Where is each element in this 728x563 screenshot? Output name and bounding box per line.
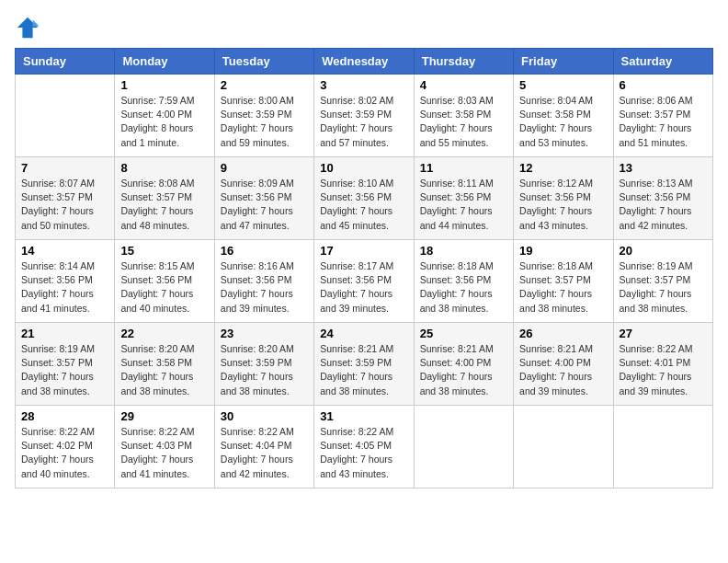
cell-info: Sunrise: 8:06 AMSunset: 3:57 PMDaylight:… xyxy=(620,94,707,150)
calendar-cell: 28Sunrise: 8:22 AMSunset: 4:02 PMDayligh… xyxy=(16,406,115,488)
day-number: 5 xyxy=(519,78,607,92)
calendar-cell: 21Sunrise: 8:19 AMSunset: 3:57 PMDayligh… xyxy=(16,323,115,406)
calendar-cell: 31Sunrise: 8:22 AMSunset: 4:05 PMDayligh… xyxy=(314,406,414,488)
calendar-cell: 24Sunrise: 8:21 AMSunset: 3:59 PMDayligh… xyxy=(314,323,414,406)
cell-info: Sunrise: 8:19 AMSunset: 3:57 PMDaylight:… xyxy=(21,342,108,398)
calendar-cell: 20Sunrise: 8:19 AMSunset: 3:57 PMDayligh… xyxy=(613,240,712,323)
day-number: 10 xyxy=(320,161,407,175)
day-number: 14 xyxy=(21,244,108,258)
cell-info: Sunrise: 8:13 AMSunset: 3:56 PMDaylight:… xyxy=(620,177,707,233)
svg-marker-0 xyxy=(17,17,38,38)
cell-info: Sunrise: 8:07 AMSunset: 3:57 PMDaylight:… xyxy=(21,177,108,233)
calendar-cell: 22Sunrise: 8:20 AMSunset: 3:58 PMDayligh… xyxy=(115,323,214,406)
day-number: 3 xyxy=(320,78,407,92)
calendar-cell: 5Sunrise: 8:04 AMSunset: 3:58 PMDaylight… xyxy=(514,75,613,157)
calendar-cell: 3Sunrise: 8:02 AMSunset: 3:59 PMDaylight… xyxy=(314,75,414,157)
day-number: 26 xyxy=(519,327,607,340)
cell-info: Sunrise: 8:20 AMSunset: 3:58 PMDaylight:… xyxy=(120,342,208,398)
calendar-cell: 26Sunrise: 8:21 AMSunset: 4:00 PMDayligh… xyxy=(514,323,613,406)
day-number: 24 xyxy=(320,327,407,340)
cell-info: Sunrise: 8:14 AMSunset: 3:56 PMDaylight:… xyxy=(21,259,108,316)
weekday-header-thursday: Thursday xyxy=(414,49,513,75)
calendar-cell: 7Sunrise: 8:07 AMSunset: 3:57 PMDaylight… xyxy=(16,157,115,240)
cell-info: Sunrise: 8:18 AMSunset: 3:57 PMDaylight:… xyxy=(519,259,607,316)
calendar-cell: 15Sunrise: 8:15 AMSunset: 3:56 PMDayligh… xyxy=(115,240,214,323)
calendar-cell: 17Sunrise: 8:17 AMSunset: 3:56 PMDayligh… xyxy=(314,240,414,323)
calendar-cell: 11Sunrise: 8:11 AMSunset: 3:56 PMDayligh… xyxy=(414,157,513,240)
week-row-1: 1Sunrise: 7:59 AMSunset: 4:00 PMDaylight… xyxy=(16,75,713,157)
cell-info: Sunrise: 8:21 AMSunset: 3:59 PMDaylight:… xyxy=(320,342,407,398)
weekday-header-saturday: Saturday xyxy=(613,49,712,75)
calendar-cell: 6Sunrise: 8:06 AMSunset: 3:57 PMDaylight… xyxy=(613,75,712,157)
week-row-2: 7Sunrise: 8:07 AMSunset: 3:57 PMDaylight… xyxy=(16,157,713,240)
day-number: 31 xyxy=(320,409,407,423)
cell-info: Sunrise: 8:22 AMSunset: 4:05 PMDaylight:… xyxy=(320,425,407,481)
week-row-5: 28Sunrise: 8:22 AMSunset: 4:02 PMDayligh… xyxy=(16,406,713,488)
calendar-cell: 14Sunrise: 8:14 AMSunset: 3:56 PMDayligh… xyxy=(16,240,115,323)
calendar-cell: 13Sunrise: 8:13 AMSunset: 3:56 PMDayligh… xyxy=(613,157,712,240)
day-number: 23 xyxy=(221,327,308,340)
day-number: 9 xyxy=(221,161,308,175)
day-number: 21 xyxy=(21,327,108,340)
calendar-cell: 25Sunrise: 8:21 AMSunset: 4:00 PMDayligh… xyxy=(414,323,513,406)
day-number: 22 xyxy=(120,327,208,340)
cell-info: Sunrise: 8:22 AMSunset: 4:04 PMDaylight:… xyxy=(221,425,308,481)
day-number: 30 xyxy=(221,409,308,423)
cell-info: Sunrise: 8:18 AMSunset: 3:56 PMDaylight:… xyxy=(420,259,507,316)
calendar-cell: 12Sunrise: 8:12 AMSunset: 3:56 PMDayligh… xyxy=(514,157,613,240)
weekday-header-tuesday: Tuesday xyxy=(214,49,313,75)
cell-info: Sunrise: 8:22 AMSunset: 4:02 PMDaylight:… xyxy=(21,425,108,481)
cell-info: Sunrise: 8:10 AMSunset: 3:56 PMDaylight:… xyxy=(320,177,407,233)
calendar-cell: 29Sunrise: 8:22 AMSunset: 4:03 PMDayligh… xyxy=(115,406,214,488)
cell-info: Sunrise: 8:11 AMSunset: 3:56 PMDaylight:… xyxy=(420,177,507,233)
day-number: 12 xyxy=(519,161,607,175)
day-number: 19 xyxy=(519,244,607,258)
weekday-header-sunday: Sunday xyxy=(16,49,115,75)
cell-info: Sunrise: 8:21 AMSunset: 4:00 PMDaylight:… xyxy=(519,342,607,398)
svg-marker-1 xyxy=(33,20,40,27)
day-number: 18 xyxy=(420,244,507,258)
day-number: 17 xyxy=(320,244,407,258)
cell-info: Sunrise: 8:19 AMSunset: 3:57 PMDaylight:… xyxy=(620,259,707,316)
cell-info: Sunrise: 8:22 AMSunset: 4:03 PMDaylight:… xyxy=(120,425,208,481)
day-number: 13 xyxy=(620,161,707,175)
calendar-cell: 19Sunrise: 8:18 AMSunset: 3:57 PMDayligh… xyxy=(514,240,613,323)
calendar-cell xyxy=(613,406,712,488)
cell-info: Sunrise: 8:16 AMSunset: 3:56 PMDaylight:… xyxy=(221,259,308,316)
cell-info: Sunrise: 8:00 AMSunset: 3:59 PMDaylight:… xyxy=(221,94,308,150)
day-number: 20 xyxy=(620,244,707,258)
calendar-cell: 9Sunrise: 8:09 AMSunset: 3:56 PMDaylight… xyxy=(214,157,313,240)
cell-info: Sunrise: 8:02 AMSunset: 3:59 PMDaylight:… xyxy=(320,94,407,150)
day-number: 1 xyxy=(120,78,208,92)
day-number: 7 xyxy=(21,161,108,175)
day-number: 4 xyxy=(420,78,507,92)
cell-info: Sunrise: 8:22 AMSunset: 4:01 PMDaylight:… xyxy=(620,342,707,398)
day-number: 27 xyxy=(620,327,707,340)
cell-info: Sunrise: 8:15 AMSunset: 3:56 PMDaylight:… xyxy=(120,259,208,316)
calendar-cell: 1Sunrise: 7:59 AMSunset: 4:00 PMDaylight… xyxy=(115,75,214,157)
calendar-cell: 8Sunrise: 8:08 AMSunset: 3:57 PMDaylight… xyxy=(115,157,214,240)
week-row-3: 14Sunrise: 8:14 AMSunset: 3:56 PMDayligh… xyxy=(16,240,713,323)
weekday-header-wednesday: Wednesday xyxy=(314,49,414,75)
day-number: 2 xyxy=(221,78,308,92)
calendar-cell: 10Sunrise: 8:10 AMSunset: 3:56 PMDayligh… xyxy=(314,157,414,240)
day-number: 11 xyxy=(420,161,507,175)
calendar-cell: 2Sunrise: 8:00 AMSunset: 3:59 PMDaylight… xyxy=(214,75,313,157)
day-number: 6 xyxy=(620,78,707,92)
weekday-header-row: SundayMondayTuesdayWednesdayThursdayFrid… xyxy=(16,49,713,75)
cell-info: Sunrise: 8:09 AMSunset: 3:56 PMDaylight:… xyxy=(221,177,308,233)
calendar-cell: 23Sunrise: 8:20 AMSunset: 3:59 PMDayligh… xyxy=(214,323,313,406)
cell-info: Sunrise: 8:03 AMSunset: 3:58 PMDaylight:… xyxy=(420,94,507,150)
calendar-cell xyxy=(414,406,513,488)
page-header xyxy=(15,15,713,40)
calendar-cell: 16Sunrise: 8:16 AMSunset: 3:56 PMDayligh… xyxy=(214,240,313,323)
week-row-4: 21Sunrise: 8:19 AMSunset: 3:57 PMDayligh… xyxy=(16,323,713,406)
day-number: 29 xyxy=(120,409,208,423)
day-number: 28 xyxy=(21,409,108,423)
cell-info: Sunrise: 8:21 AMSunset: 4:00 PMDaylight:… xyxy=(420,342,507,398)
cell-info: Sunrise: 8:04 AMSunset: 3:58 PMDaylight:… xyxy=(519,94,607,150)
calendar-cell: 27Sunrise: 8:22 AMSunset: 4:01 PMDayligh… xyxy=(613,323,712,406)
logo-icon xyxy=(15,15,40,40)
calendar-table: SundayMondayTuesdayWednesdayThursdayFrid… xyxy=(15,48,713,488)
cell-info: Sunrise: 8:20 AMSunset: 3:59 PMDaylight:… xyxy=(221,342,308,398)
